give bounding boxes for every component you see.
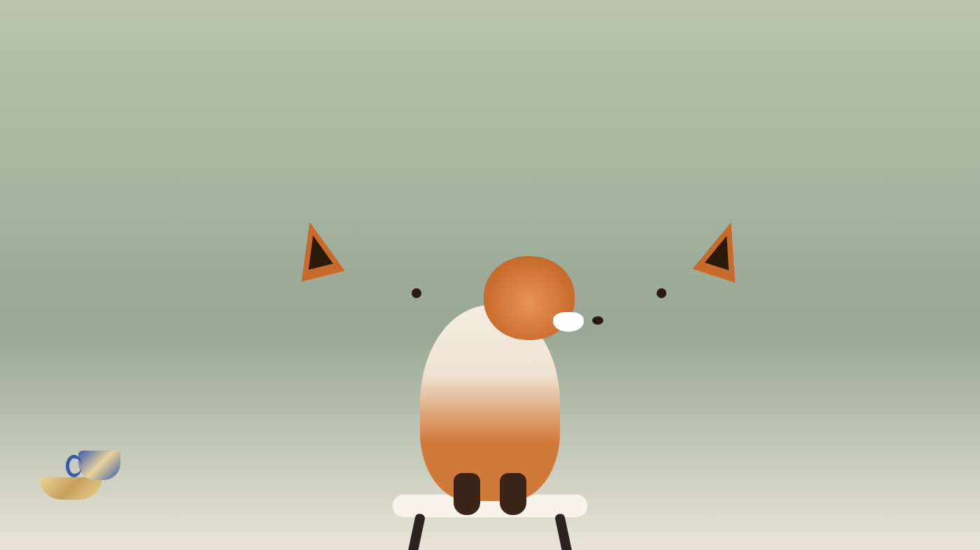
generated-image-2[interactable] — [633, 190, 896, 517]
